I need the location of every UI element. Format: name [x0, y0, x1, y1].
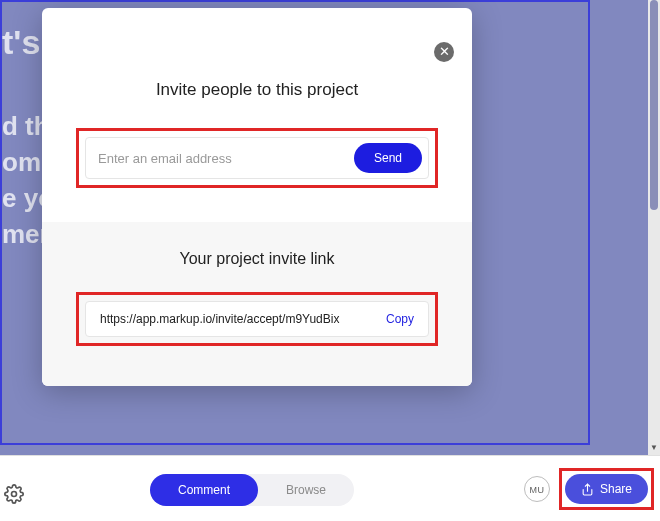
- email-row-highlight: Send: [76, 128, 438, 188]
- send-button[interactable]: Send: [354, 143, 422, 173]
- gear-icon[interactable]: [4, 484, 24, 504]
- invite-link-text[interactable]: https://app.markup.io/invite/accept/m9Yu…: [100, 312, 376, 326]
- close-icon[interactable]: ✕: [434, 42, 454, 62]
- share-icon: [581, 483, 594, 496]
- scrollbar-thumb[interactable]: [650, 0, 658, 210]
- share-button-label: Share: [600, 482, 632, 496]
- share-button[interactable]: Share: [565, 474, 648, 504]
- comment-tab[interactable]: Comment: [150, 474, 258, 506]
- bottom-toolbar: Comment Browse MU Share: [0, 455, 660, 521]
- email-input-row: Send: [85, 137, 429, 179]
- vertical-scrollbar[interactable]: ▼: [648, 0, 660, 455]
- email-input[interactable]: [98, 151, 354, 166]
- invite-link-title: Your project invite link: [76, 250, 438, 268]
- modal-title: Invite people to this project: [42, 8, 472, 128]
- avatar[interactable]: MU: [524, 476, 550, 502]
- bg-text-fragment: t's: [2, 24, 40, 60]
- scrollbar-down-arrow[interactable]: ▼: [648, 441, 660, 455]
- svg-point-0: [12, 492, 17, 497]
- invite-link-row: https://app.markup.io/invite/accept/m9Yu…: [85, 301, 429, 337]
- modal-lower-section: Your project invite link https://app.mar…: [42, 222, 472, 386]
- invite-modal: ✕ Invite people to this project Send You…: [42, 8, 472, 386]
- copy-button[interactable]: Copy: [376, 312, 414, 326]
- mode-toggle: Comment Browse: [150, 474, 354, 506]
- browse-tab[interactable]: Browse: [258, 474, 354, 506]
- link-row-highlight: https://app.markup.io/invite/accept/m9Yu…: [76, 292, 438, 346]
- share-button-highlight: Share: [559, 468, 654, 510]
